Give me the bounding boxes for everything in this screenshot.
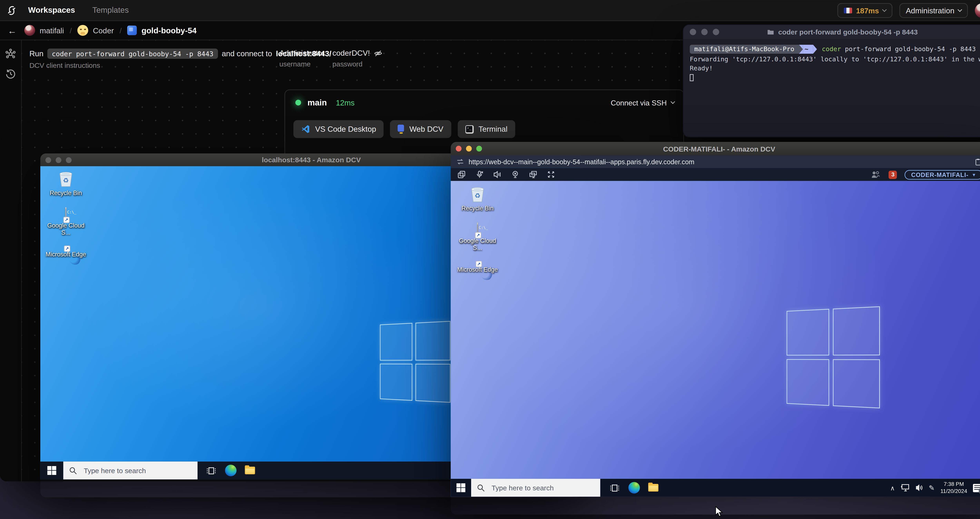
avatar: [975, 3, 980, 18]
administration-dropdown[interactable]: Administration: [899, 3, 968, 18]
triangle-down-icon: ▼: [972, 172, 976, 177]
multi-monitor-icon[interactable]: [530, 171, 537, 178]
latency-dropdown[interactable]: 187ms: [837, 3, 892, 18]
recycle-bin-icon: ♻: [468, 185, 487, 204]
chevron-down-icon: [958, 8, 962, 12]
microphone-off-icon[interactable]: [476, 171, 483, 178]
window-titlebar[interactable]: CODER-MATIFALI- - Amazon DCV: [450, 142, 980, 155]
minimize-icon: [701, 29, 708, 35]
user-menu[interactable]: [975, 3, 980, 18]
breadcrumb-template[interactable]: Coder: [93, 26, 114, 35]
search-input[interactable]: [490, 483, 586, 492]
taskbar-search[interactable]: [471, 479, 600, 497]
network-icon[interactable]: [900, 484, 910, 492]
terminal-titlebar[interactable]: coder port-forward gold-booby-54 -p 8443: [684, 25, 980, 39]
webcam-off-icon[interactable]: [511, 171, 519, 178]
history-icon[interactable]: [5, 68, 16, 79]
france-flag-icon: [844, 8, 852, 13]
shortcut-arrow-icon: [63, 217, 70, 223]
start-button[interactable]: [450, 479, 471, 497]
taskbar-edge-icon[interactable]: [628, 482, 640, 494]
folder-icon: [767, 29, 775, 35]
desktop-icon-recycle-bin[interactable]: ♻ Recycle Bin: [457, 185, 498, 212]
powerline-arrow-icon: [799, 45, 803, 54]
url-bar: https://web-dcv--main--gold-booby-54--ma…: [450, 155, 980, 168]
zoom-icon: [66, 157, 72, 163]
search-input[interactable]: [83, 466, 178, 475]
wallpaper-light-beam: [450, 181, 980, 497]
left-sidebar: [0, 40, 22, 481]
action-center-icon[interactable]: 1: [973, 484, 980, 492]
app-label: Terminal: [479, 125, 508, 134]
collaborators-icon[interactable]: [872, 171, 880, 178]
terminal-window: coder port-forward gold-booby-54 -p 8443…: [682, 24, 980, 137]
recycle-bin-icon: ♻: [56, 169, 75, 189]
volume-icon[interactable]: [915, 484, 923, 492]
dcv-client-instructions-link[interactable]: DCV client instructions: [29, 61, 100, 69]
vscode-desktop-button[interactable]: VS Code Desktop: [293, 120, 384, 138]
url-text[interactable]: https://web-dcv--main--gold-booby-54--ma…: [469, 158, 694, 166]
chevron-down-icon: [882, 8, 887, 12]
org-avatar: [78, 25, 88, 36]
minimize-icon: [466, 146, 472, 151]
desktop-icon-recycle-bin[interactable]: ♻ Recycle Bin: [46, 169, 86, 197]
task-view-icon[interactable]: [610, 483, 619, 492]
windows-logo: [380, 321, 450, 403]
connect-via-ssh-dropdown[interactable]: Connect via SSH: [611, 99, 675, 107]
tray-expand-icon[interactable]: ∧: [890, 484, 895, 491]
svg-text:♻: ♻: [474, 192, 480, 199]
web-dcv-button[interactable]: Web DCV: [390, 120, 451, 138]
windows-desktop: ♻ Recycle Bin Google Cloud S... Microsof…: [450, 181, 980, 497]
user-avatar: [24, 25, 35, 36]
file-explorer-icon[interactable]: [648, 484, 659, 492]
desktop-icon-edge[interactable]: Microsoft Edge: [46, 250, 86, 258]
file-explorer-icon[interactable]: [245, 466, 255, 474]
window-title: localhost:8443 - Amazon DCV: [262, 156, 361, 164]
task-view-icon[interactable]: [207, 466, 216, 475]
breadcrumb-user[interactable]: matifali: [40, 26, 64, 35]
icon-label: Microsoft Edge: [46, 251, 86, 258]
zoom-icon: [476, 146, 482, 151]
desktop-icon-google-cloud[interactable]: Google Cloud S...: [457, 225, 498, 252]
taskbar-clock[interactable]: 7:38 PM 11/20/2024: [940, 481, 967, 495]
workspace-icon: [127, 25, 137, 35]
system-tray: ∧ ✎ 7:38 PM 11/20/2024 1: [890, 481, 980, 495]
speaker-icon[interactable]: [493, 171, 501, 178]
dcv-window-coder-matifali: CODER-MATIFALI- - Amazon DCV https://web…: [450, 142, 980, 514]
latency-value: 187ms: [856, 7, 879, 14]
taskbar-edge-icon[interactable]: [225, 465, 237, 476]
password-label: password: [332, 60, 382, 68]
run-prefix: Run: [29, 49, 43, 58]
back-button[interactable]: ←: [4, 22, 21, 39]
resources-topology-icon[interactable]: [5, 49, 16, 59]
close-icon: [690, 29, 696, 35]
start-button[interactable]: [40, 462, 63, 479]
desktop-icon-google-cloud[interactable]: Google Cloud S...: [46, 210, 86, 236]
eye-off-icon[interactable]: [374, 49, 382, 57]
port-forward-command[interactable]: coder port-forward gold-booby-54 -p 8443: [47, 49, 218, 59]
web-dcv-icon: [398, 125, 404, 134]
breadcrumb-workspace[interactable]: gold-booby-54: [142, 26, 197, 35]
screen: Workspaces Templates 187ms Administratio…: [0, 0, 980, 519]
nav-templates[interactable]: Templates: [92, 6, 129, 15]
terminal-button[interactable]: Terminal: [457, 120, 515, 138]
window-controls[interactable]: [456, 146, 482, 151]
window-controls[interactable]: [690, 29, 719, 35]
close-icon: [46, 157, 51, 163]
session-name: CODER-MATIFALI-: [911, 171, 969, 178]
clipboard-icon[interactable]: [974, 158, 980, 166]
clipboard-copy-icon[interactable]: [458, 171, 465, 178]
fullscreen-icon[interactable]: [547, 171, 555, 178]
nav-workspaces[interactable]: Workspaces: [28, 6, 75, 15]
shortcut-arrow-icon: [475, 232, 481, 239]
icon-label: Recycle Bin: [50, 190, 82, 197]
session-dropdown[interactable]: CODER-MATIFALI- ▼: [905, 170, 980, 179]
pen-icon[interactable]: ✎: [929, 484, 935, 492]
vscode-icon: [301, 125, 310, 134]
terminal-title: coder port-forward gold-booby-54 -p 8443: [778, 28, 918, 36]
terminal-icon: [465, 125, 473, 133]
taskbar-search[interactable]: [63, 462, 197, 479]
desktop-icon-edge[interactable]: Microsoft Edge: [457, 265, 498, 274]
terminal-cursor: [690, 74, 694, 81]
window-controls[interactable]: [46, 157, 72, 163]
